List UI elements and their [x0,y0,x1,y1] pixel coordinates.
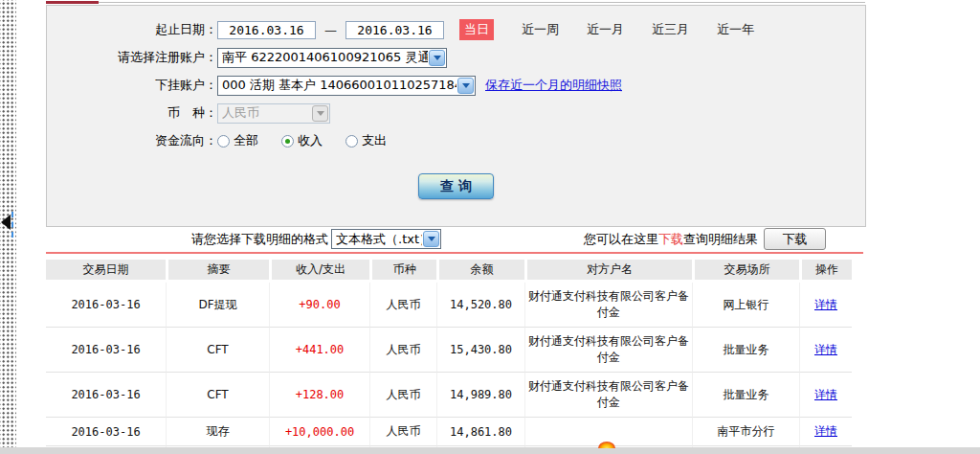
cell-balance: 15,430.80 [436,328,524,373]
cell-channel: 网上银行 [692,283,799,328]
col-header-action: 操作 [799,260,852,283]
download-format-value: 文本格式（.txt） [336,231,422,248]
bottom-scrollbar[interactable] [0,447,980,454]
cell-counterparty: 财付通支付科技有限公司客户备付金 [524,283,692,328]
table-row: 2016-03-16 DF提现 +90.00 人民币 14,520.80 财付通… [46,283,852,328]
sub-account-row: 下挂账户： 000 活期 基本户 1406600101102571848 保存近… [47,75,865,96]
col-header-counterparty: 对方户名 [524,260,692,283]
cell-date: 2016-03-16 [46,373,166,418]
active-tab-indicator [46,1,99,4]
table-row: 2016-03-16 CFT +441.00 人民币 15,430.80 财付通… [46,328,852,373]
range-last-month-link[interactable]: 近一月 [587,21,624,38]
detail-link[interactable]: 详情 [814,298,837,311]
registered-account-label: 请选择注册账户： [47,49,217,66]
flow-option-all-label: 全部 [234,132,258,149]
cell-summary: 现存 [166,418,269,446]
cell-amount: +10,000.00 [269,418,369,446]
cell-balance: 14,520.80 [436,283,524,328]
detail-link[interactable]: 详情 [814,424,837,438]
cell-amount: +441.00 [269,328,369,373]
cell-date: 2016-03-16 [46,418,166,446]
date-to-input[interactable] [345,21,444,39]
range-last-year-link[interactable]: 近一年 [717,21,754,38]
cell-channel: 南平市分行 [692,418,799,446]
flame-icon [598,442,615,448]
dropdown-arrow-icon[interactable] [423,231,439,247]
dropdown-arrow-icon[interactable] [429,50,445,66]
cell-currency: 人民币 [369,328,436,373]
date-range-row: 起止日期： — 当日 近一周 近一月 近三月 近一年 [47,19,865,40]
cell-summary: CFT [166,373,269,418]
query-button-row: 查 询 [47,173,865,199]
cell-currency: 人民币 [369,373,436,418]
cell-counterparty: 财付通支付科技有限公司客户备付金 [524,373,692,418]
cell-amount: +128.00 [269,373,369,418]
registered-account-row: 请选择注册账户： 南平 6222001406100921065 灵通卡 [47,47,865,68]
currency-value: 人民币 [222,104,259,122]
sub-account-value: 000 活期 基本户 1406600101102571848 [222,77,457,94]
save-snapshot-link[interactable]: 保存近一个月的明细快照 [485,77,622,94]
col-header-summary: 摘要 [166,260,269,283]
download-options-row: 请您选择下载明细的格式 文本格式（.txt） 您可以在这里下载查询明细结果 下载 [46,227,866,251]
sub-account-select[interactable]: 000 活期 基本户 1406600101102571848 [217,76,476,96]
download-button[interactable]: 下载 [764,228,826,250]
flow-option-all[interactable]: 全部 [217,132,258,149]
cell-counterparty: 财付通支付科技有限公司客户备付金 [524,328,692,373]
fund-flow-row: 资金流向： 全部 收入 支出 [47,130,865,151]
date-from-input[interactable] [217,21,316,39]
date-range-dash: — [324,23,337,37]
range-last-week-link[interactable]: 近一周 [522,21,559,38]
registered-account-select[interactable]: 南平 6222001406100921065 灵通卡 [217,48,447,68]
date-range-label: 起止日期： [47,21,217,38]
query-form-panel: 起止日期： — 当日 近一周 近一月 近三月 近一年 请选择注册账户： 南平 6… [46,5,866,227]
flow-option-expense-label: 支出 [362,132,387,149]
cell-channel: 批量业务 [692,373,799,418]
radio-unselected-icon[interactable] [345,135,358,148]
table-row: 2016-03-16 现存 +10,000.00 人民币 14,861.80 南… [46,418,852,446]
col-header-amount: 收入/支出 [269,260,369,283]
download-hint: 您可以在这里下载查询明细结果 [584,231,758,248]
top-border-line [99,2,865,3]
currency-row: 币 种： 人民币 [47,102,865,124]
col-header-currency: 币种 [369,260,436,283]
range-today-button[interactable]: 当日 [459,19,494,40]
download-hint-prefix: 您可以在这里 [584,232,658,246]
flow-option-expense[interactable]: 支出 [345,132,387,149]
registered-account-value: 南平 6222001406100921065 灵通卡 [222,49,428,66]
query-button[interactable]: 查 询 [418,173,494,199]
cell-summary: DF提现 [166,283,269,328]
dropdown-arrow-icon [312,105,328,122]
download-format-select[interactable]: 文本格式（.txt） [331,229,441,249]
download-hint-suffix: 查询明细结果 [683,232,758,246]
cell-channel: 批量业务 [692,328,799,373]
cell-balance: 14,989.80 [436,373,524,418]
download-format-label: 请您选择下载明细的格式 [191,231,328,248]
splitter-highlight-line [11,212,13,238]
radio-selected-icon[interactable] [281,135,294,148]
cell-summary: CFT [166,328,269,373]
table-header-row: 交易日期 摘要 收入/支出 币种 余额 对方户名 交易场所 操作 [46,260,852,283]
range-last-quarter-link[interactable]: 近三月 [652,21,689,38]
detail-link[interactable]: 详情 [814,343,837,356]
radio-unselected-icon[interactable] [217,135,230,148]
collapse-panel-arrow-icon[interactable] [1,215,11,230]
section-separator-line [46,252,863,254]
col-header-balance: 余额 [436,260,524,283]
cell-balance: 14,861.80 [436,418,524,446]
cell-date: 2016-03-16 [46,283,166,328]
dropdown-arrow-icon[interactable] [457,78,474,94]
col-header-date: 交易日期 [46,260,166,283]
table-row: 2016-03-16 CFT +128.00 人民币 14,989.80 财付通… [46,373,852,418]
download-hint-link[interactable]: 下载 [658,232,683,246]
col-header-channel: 交易场所 [692,260,799,283]
transaction-table: 交易日期 摘要 收入/支出 币种 余额 对方户名 交易场所 操作 2016-03… [46,260,852,454]
cell-amount: +90.00 [269,283,369,328]
currency-select-disabled: 人民币 [217,103,330,124]
fund-flow-label: 资金流向： [47,132,217,149]
detail-link[interactable]: 详情 [814,388,837,401]
flow-option-income[interactable]: 收入 [281,132,323,149]
sub-account-label: 下挂账户： [47,77,217,94]
cell-currency: 人民币 [369,283,436,328]
currency-label: 币 种： [47,104,217,122]
transaction-query-page: 起止日期： — 当日 近一周 近一月 近三月 近一年 请选择注册账户： 南平 6… [0,0,980,454]
